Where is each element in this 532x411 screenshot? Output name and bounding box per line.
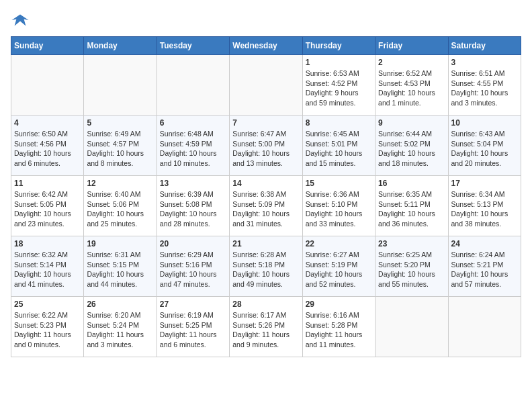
calendar-week-row: 4Sunrise: 6:50 AM Sunset: 4:56 PM Daylig… [11,116,521,176]
day-number: 5 [87,118,153,128]
day-info: Sunrise: 6:38 AM Sunset: 5:09 PM Dayligh… [232,189,299,229]
day-number: 11 [14,179,81,188]
day-number: 25 [14,300,81,309]
day-info: Sunrise: 6:27 AM Sunset: 5:19 PM Dayligh… [306,250,372,289]
calendar-cell: 6Sunrise: 6:48 AM Sunset: 4:59 PM Daylig… [157,116,229,176]
calendar-header-row: SundayMondayTuesdayWednesdayThursdayFrid… [11,37,521,55]
day-info: Sunrise: 6:48 AM Sunset: 4:59 PM Dayligh… [160,129,226,169]
day-number: 23 [378,239,445,248]
day-number: 29 [306,300,372,309]
calendar-week-row: 25Sunrise: 6:22 AM Sunset: 5:23 PM Dayli… [11,297,521,357]
calendar-cell: 7Sunrise: 6:47 AM Sunset: 5:00 PM Daylig… [230,116,302,176]
day-header-sunday: Sunday [11,37,84,55]
day-number: 27 [160,300,226,309]
calendar-cell: 19Sunrise: 6:31 AM Sunset: 5:15 PM Dayli… [84,236,157,297]
calendar-cell [84,55,157,116]
day-header-friday: Friday [375,37,448,55]
day-info: Sunrise: 6:52 AM Sunset: 4:53 PM Dayligh… [378,68,445,108]
day-number: 14 [232,179,299,188]
day-info: Sunrise: 6:32 AM Sunset: 5:14 PM Dayligh… [14,250,81,289]
day-info: Sunrise: 6:43 AM Sunset: 5:04 PM Dayligh… [451,129,518,169]
calendar-cell: 3Sunrise: 6:51 AM Sunset: 4:55 PM Daylig… [448,55,521,116]
day-info: Sunrise: 6:20 AM Sunset: 5:24 PM Dayligh… [87,310,153,350]
calendar-cell [11,55,84,116]
day-info: Sunrise: 6:34 AM Sunset: 5:13 PM Dayligh… [451,189,518,229]
day-number: 1 [306,58,372,67]
day-info: Sunrise: 6:29 AM Sunset: 5:16 PM Dayligh… [160,250,226,289]
calendar-cell [157,55,229,116]
calendar-cell [230,55,302,116]
day-info: Sunrise: 6:49 AM Sunset: 4:57 PM Dayligh… [87,129,153,169]
logo [11,11,34,30]
svg-marker-0 [11,15,28,26]
calendar-cell: 14Sunrise: 6:38 AM Sunset: 5:09 PM Dayli… [230,176,302,236]
calendar-cell: 23Sunrise: 6:25 AM Sunset: 5:20 PM Dayli… [375,236,448,297]
day-info: Sunrise: 6:47 AM Sunset: 5:00 PM Dayligh… [232,129,299,169]
calendar-cell: 15Sunrise: 6:36 AM Sunset: 5:10 PM Dayli… [302,176,375,236]
calendar-cell: 5Sunrise: 6:49 AM Sunset: 4:57 PM Daylig… [84,116,157,176]
day-number: 13 [160,179,226,188]
calendar-cell: 10Sunrise: 6:43 AM Sunset: 5:04 PM Dayli… [448,116,521,176]
calendar-week-row: 11Sunrise: 6:42 AM Sunset: 5:05 PM Dayli… [11,176,521,236]
day-number: 26 [87,300,153,309]
day-info: Sunrise: 6:28 AM Sunset: 5:18 PM Dayligh… [232,250,299,289]
day-number: 3 [451,58,518,67]
logo-icon [11,11,30,30]
day-number: 9 [378,118,445,128]
calendar-cell: 9Sunrise: 6:44 AM Sunset: 5:02 PM Daylig… [375,116,448,176]
calendar-cell: 28Sunrise: 6:17 AM Sunset: 5:26 PM Dayli… [230,297,302,357]
calendar-cell: 21Sunrise: 6:28 AM Sunset: 5:18 PM Dayli… [230,236,302,297]
calendar-week-row: 18Sunrise: 6:32 AM Sunset: 5:14 PM Dayli… [11,236,521,297]
day-number: 12 [87,179,153,188]
day-number: 17 [451,179,518,188]
calendar-cell: 1Sunrise: 6:53 AM Sunset: 4:52 PM Daylig… [302,55,375,116]
day-info: Sunrise: 6:42 AM Sunset: 5:05 PM Dayligh… [14,189,81,229]
day-info: Sunrise: 6:24 AM Sunset: 5:21 PM Dayligh… [451,250,518,289]
day-header-monday: Monday [84,37,157,55]
calendar-week-row: 1Sunrise: 6:53 AM Sunset: 4:52 PM Daylig… [11,55,521,116]
day-info: Sunrise: 6:31 AM Sunset: 5:15 PM Dayligh… [87,250,153,289]
calendar-cell: 20Sunrise: 6:29 AM Sunset: 5:16 PM Dayli… [157,236,229,297]
calendar-cell: 16Sunrise: 6:35 AM Sunset: 5:11 PM Dayli… [375,176,448,236]
day-number: 16 [378,179,445,188]
calendar-cell: 12Sunrise: 6:40 AM Sunset: 5:06 PM Dayli… [84,176,157,236]
calendar-cell: 27Sunrise: 6:19 AM Sunset: 5:25 PM Dayli… [157,297,229,357]
calendar-cell: 2Sunrise: 6:52 AM Sunset: 4:53 PM Daylig… [375,55,448,116]
day-header-thursday: Thursday [302,37,375,55]
day-number: 8 [306,118,372,128]
calendar-cell: 17Sunrise: 6:34 AM Sunset: 5:13 PM Dayli… [448,176,521,236]
day-number: 10 [451,118,518,128]
day-info: Sunrise: 6:22 AM Sunset: 5:23 PM Dayligh… [14,310,81,350]
calendar-cell: 25Sunrise: 6:22 AM Sunset: 5:23 PM Dayli… [11,297,84,357]
day-number: 15 [306,179,372,188]
day-info: Sunrise: 6:19 AM Sunset: 5:25 PM Dayligh… [160,310,226,350]
day-info: Sunrise: 6:25 AM Sunset: 5:20 PM Dayligh… [378,250,445,289]
day-info: Sunrise: 6:53 AM Sunset: 4:52 PM Dayligh… [306,68,372,108]
day-number: 2 [378,58,445,67]
page-header [11,11,521,30]
day-number: 24 [451,239,518,248]
day-number: 20 [160,239,226,248]
day-number: 28 [232,300,299,309]
day-info: Sunrise: 6:51 AM Sunset: 4:55 PM Dayligh… [451,68,518,108]
day-info: Sunrise: 6:45 AM Sunset: 5:01 PM Dayligh… [306,129,372,169]
day-header-tuesday: Tuesday [157,37,229,55]
day-info: Sunrise: 6:36 AM Sunset: 5:10 PM Dayligh… [306,189,372,229]
calendar-cell: 8Sunrise: 6:45 AM Sunset: 5:01 PM Daylig… [302,116,375,176]
day-number: 22 [306,239,372,248]
day-info: Sunrise: 6:17 AM Sunset: 5:26 PM Dayligh… [232,310,299,350]
day-info: Sunrise: 6:44 AM Sunset: 5:02 PM Dayligh… [378,129,445,169]
calendar-cell: 18Sunrise: 6:32 AM Sunset: 5:14 PM Dayli… [11,236,84,297]
day-number: 19 [87,239,153,248]
calendar-table: SundayMondayTuesdayWednesdayThursdayFrid… [11,36,521,357]
day-number: 21 [232,239,299,248]
day-info: Sunrise: 6:40 AM Sunset: 5:06 PM Dayligh… [87,189,153,229]
calendar-cell: 4Sunrise: 6:50 AM Sunset: 4:56 PM Daylig… [11,116,84,176]
day-header-saturday: Saturday [448,37,521,55]
day-info: Sunrise: 6:16 AM Sunset: 5:28 PM Dayligh… [306,310,372,350]
calendar-cell: 26Sunrise: 6:20 AM Sunset: 5:24 PM Dayli… [84,297,157,357]
calendar-cell: 11Sunrise: 6:42 AM Sunset: 5:05 PM Dayli… [11,176,84,236]
day-number: 7 [232,118,299,128]
day-number: 4 [14,118,81,128]
day-info: Sunrise: 6:39 AM Sunset: 5:08 PM Dayligh… [160,189,226,229]
